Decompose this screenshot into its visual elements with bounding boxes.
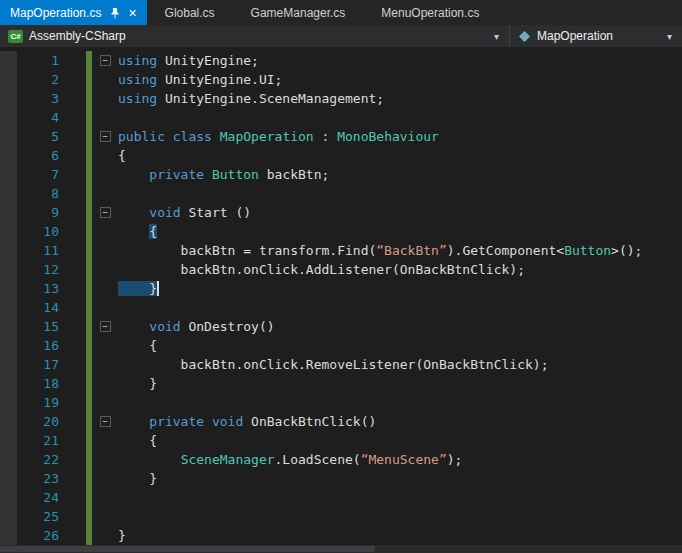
code-line[interactable]: 23 } bbox=[0, 469, 682, 488]
code-text[interactable]: private void OnBackBtnClick() bbox=[118, 412, 376, 431]
line-number[interactable]: 6 bbox=[17, 146, 73, 165]
line-number[interactable]: 24 bbox=[17, 488, 73, 507]
breakpoint-margin[interactable] bbox=[0, 70, 17, 89]
breakpoint-margin[interactable] bbox=[0, 146, 17, 165]
breakpoint-margin[interactable] bbox=[0, 222, 17, 241]
code-line[interactable]: 3using UnityEngine.SceneManagement; bbox=[0, 89, 682, 108]
code-line[interactable]: 1−using UnityEngine; bbox=[0, 51, 682, 70]
line-number[interactable]: 22 bbox=[17, 450, 73, 469]
line-number[interactable]: 9 bbox=[17, 203, 73, 222]
breakpoint-margin[interactable] bbox=[0, 51, 17, 70]
pin-icon[interactable] bbox=[110, 7, 120, 19]
horizontal-scrollbar[interactable] bbox=[0, 545, 682, 553]
line-number[interactable]: 25 bbox=[17, 507, 73, 526]
code-line[interactable]: 4 bbox=[0, 108, 682, 127]
breakpoint-margin[interactable] bbox=[0, 469, 17, 488]
line-number[interactable]: 2 bbox=[17, 70, 73, 89]
breakpoint-margin[interactable] bbox=[0, 127, 17, 146]
tab-global-cs[interactable]: Global.cs bbox=[147, 0, 233, 25]
breakpoint-margin[interactable] bbox=[0, 507, 17, 526]
code-line[interactable]: 7 private Button backBtn; bbox=[0, 165, 682, 184]
breakpoint-margin[interactable] bbox=[0, 203, 17, 222]
code-text[interactable]: void OnDestroy() bbox=[118, 317, 275, 336]
breakpoint-margin[interactable] bbox=[0, 184, 17, 203]
code-line[interactable]: 9− void Start () bbox=[0, 203, 682, 222]
line-number[interactable]: 8 bbox=[17, 184, 73, 203]
breakpoint-margin[interactable] bbox=[0, 260, 17, 279]
code-text[interactable]: private Button backBtn; bbox=[118, 165, 329, 184]
code-line[interactable]: 21 { bbox=[0, 431, 682, 450]
fold-collapse-icon[interactable]: − bbox=[100, 416, 111, 427]
code-text[interactable]: { bbox=[118, 222, 157, 241]
code-text[interactable]: { bbox=[118, 146, 126, 165]
line-number[interactable]: 18 bbox=[17, 374, 73, 393]
code-line[interactable]: 6{ bbox=[0, 146, 682, 165]
line-number[interactable]: 17 bbox=[17, 355, 73, 374]
scrollbar-thumb[interactable] bbox=[0, 546, 375, 552]
breakpoint-margin[interactable] bbox=[0, 526, 17, 545]
code-line[interactable]: 24 bbox=[0, 488, 682, 507]
tab-mapoperation-cs[interactable]: MapOperation.cs× bbox=[0, 0, 147, 25]
breakpoint-margin[interactable] bbox=[0, 241, 17, 260]
project-dropdown[interactable]: C# Assembly-CSharp ▾ bbox=[0, 25, 510, 47]
member-dropdown[interactable]: MapOperation ▾ bbox=[510, 25, 682, 47]
close-icon[interactable]: × bbox=[128, 6, 136, 20]
code-line[interactable]: 26} bbox=[0, 526, 682, 545]
line-number[interactable]: 10 bbox=[17, 222, 73, 241]
chevron-down-icon[interactable]: ▾ bbox=[663, 31, 676, 42]
code-text[interactable]: using UnityEngine.SceneManagement; bbox=[118, 89, 384, 108]
line-number[interactable]: 14 bbox=[17, 298, 73, 317]
code-text[interactable]: } bbox=[118, 374, 157, 393]
line-number[interactable]: 3 bbox=[17, 89, 73, 108]
code-line[interactable]: 18 } bbox=[0, 374, 682, 393]
line-number[interactable]: 12 bbox=[17, 260, 73, 279]
code-line[interactable]: 11 backBtn = transform.Find(“BackBtn”).G… bbox=[0, 241, 682, 260]
line-number[interactable]: 11 bbox=[17, 241, 73, 260]
code-line[interactable]: 12 backBtn.onClick.AddListener(OnBackBtn… bbox=[0, 260, 682, 279]
code-text[interactable]: using UnityEngine; bbox=[118, 51, 259, 70]
code-text[interactable]: backBtn = transform.Find(“BackBtn”).GetC… bbox=[118, 241, 642, 260]
line-number[interactable]: 19 bbox=[17, 393, 73, 412]
tab-gamemanager-cs[interactable]: GameManager.cs bbox=[233, 0, 364, 25]
code-line[interactable]: 16 { bbox=[0, 336, 682, 355]
line-number[interactable]: 5 bbox=[17, 127, 73, 146]
breakpoint-margin[interactable] bbox=[0, 374, 17, 393]
code-text[interactable]: { bbox=[118, 336, 157, 355]
fold-collapse-icon[interactable]: − bbox=[100, 321, 111, 332]
fold-collapse-icon[interactable]: − bbox=[100, 55, 111, 66]
breakpoint-margin[interactable] bbox=[0, 450, 17, 469]
breakpoint-margin[interactable] bbox=[0, 431, 17, 450]
breakpoint-margin[interactable] bbox=[0, 89, 17, 108]
code-line[interactable]: 5−public class MapOperation : MonoBehavi… bbox=[0, 127, 682, 146]
code-line[interactable]: 20− private void OnBackBtnClick() bbox=[0, 412, 682, 431]
breakpoint-margin[interactable] bbox=[0, 393, 17, 412]
code-text[interactable]: using UnityEngine.UI; bbox=[118, 70, 282, 89]
breakpoint-margin[interactable] bbox=[0, 336, 17, 355]
breakpoint-margin[interactable] bbox=[0, 279, 17, 298]
breakpoint-margin[interactable] bbox=[0, 412, 17, 431]
code-line[interactable]: 22 SceneManager.LoadScene(“MenuScene”); bbox=[0, 450, 682, 469]
code-text[interactable]: { bbox=[118, 431, 157, 450]
line-number[interactable]: 23 bbox=[17, 469, 73, 488]
breakpoint-margin[interactable] bbox=[0, 488, 17, 507]
code-line[interactable]: 13 } bbox=[0, 279, 682, 298]
line-number[interactable]: 26 bbox=[17, 526, 73, 545]
line-number[interactable]: 16 bbox=[17, 336, 73, 355]
breakpoint-margin[interactable] bbox=[0, 317, 17, 336]
line-number[interactable]: 13 bbox=[17, 279, 73, 298]
code-editor[interactable]: 1−using UnityEngine;2using UnityEngine.U… bbox=[0, 47, 682, 545]
line-number[interactable]: 15 bbox=[17, 317, 73, 336]
line-number[interactable]: 21 bbox=[17, 431, 73, 450]
line-number[interactable]: 4 bbox=[17, 108, 73, 127]
code-line[interactable]: 15− void OnDestroy() bbox=[0, 317, 682, 336]
line-number[interactable]: 20 bbox=[17, 412, 73, 431]
code-line[interactable]: 14 bbox=[0, 298, 682, 317]
breakpoint-margin[interactable] bbox=[0, 165, 17, 184]
breakpoint-margin[interactable] bbox=[0, 298, 17, 317]
code-text[interactable]: public class MapOperation : MonoBehaviou… bbox=[118, 127, 439, 146]
code-line[interactable]: 19 bbox=[0, 393, 682, 412]
code-text[interactable]: void Start () bbox=[118, 203, 251, 222]
code-line[interactable]: 17 backBtn.onClick.RemoveListener(OnBack… bbox=[0, 355, 682, 374]
code-text[interactable]: SceneManager.LoadScene(“MenuScene”); bbox=[118, 450, 462, 469]
breakpoint-margin[interactable] bbox=[0, 355, 17, 374]
